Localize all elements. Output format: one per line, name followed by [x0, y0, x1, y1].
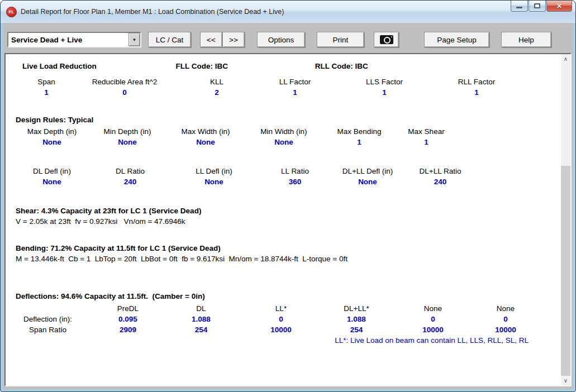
- lc-cat-button[interactable]: LC / Cat: [148, 32, 191, 47]
- page-setup-button[interactable]: Page Setup: [424, 32, 489, 47]
- chevron-up-icon: ∧: [564, 56, 568, 62]
- section-title-live-load-reduction: Live Load Reduction: [22, 61, 97, 71]
- fll-code: FLL Code: IBC: [176, 61, 229, 71]
- value-cell: 1.088: [176, 314, 226, 324]
- close-icon: ✕: [556, 2, 562, 10]
- design-rules-table-1: Max Depth (in) Min Depth (in) Max Width …: [16, 126, 457, 147]
- value-cell: 1: [261, 87, 329, 98]
- table-row: DL Defl (in) DL Ratio LL Defl (in) LL Ra…: [16, 166, 479, 176]
- camera-icon: [380, 35, 393, 44]
- minimize-button[interactable]: [511, 1, 528, 12]
- value-cell: 1: [396, 137, 457, 147]
- table-row: Max Depth (in) Min Depth (in) Max Width …: [16, 126, 457, 137]
- print-button[interactable]: Print: [317, 32, 364, 47]
- section-title-bending: Bending: 71.2% Capacity at 11.5ft for LC…: [16, 243, 561, 254]
- report-content: Live Load Reduction FLL Code: IBC RLL Co…: [6, 54, 561, 385]
- value-cell: 240: [88, 176, 172, 187]
- load-combination-select[interactable]: Service Dead + Live ▼: [7, 32, 141, 47]
- scrollbar-thumb[interactable]: [561, 166, 570, 376]
- value-cell: 254: [336, 324, 377, 335]
- minimize-icon: [516, 7, 522, 8]
- header-cell: Min Depth (in): [88, 126, 166, 137]
- header-cell: None: [377, 303, 489, 314]
- header-cell: Max Shear: [396, 126, 457, 137]
- shear-detail: V = 2.05k at 23ft fv = 0.927ksi Vn/om = …: [16, 216, 561, 227]
- header-cell: Reducible Area ft^2: [77, 77, 172, 87]
- header-cell: LL*: [226, 303, 336, 314]
- value-cell: 1: [323, 137, 396, 147]
- header-cell: DL: [176, 303, 226, 314]
- value-cell: 10000: [377, 324, 489, 335]
- header-cell: DL+LL Ratio: [401, 166, 479, 176]
- table-row: None 240 None 360 None 240: [16, 176, 479, 187]
- header-cell: PreDL: [80, 303, 176, 314]
- previous-button[interactable]: <<: [200, 32, 222, 47]
- header-cell: KLL: [172, 77, 261, 87]
- chevron-down-icon: ▼: [132, 37, 137, 42]
- header-cell: LL Defl (in): [172, 166, 256, 176]
- value-cell: 0: [77, 87, 172, 98]
- titlebar: FL Detail Report for Floor Plan 1, Membe…: [1, 1, 575, 23]
- table-row: Span Ratio 2909 254 10000 254 10000 1000…: [16, 324, 522, 335]
- design-rules-table-2: DL Defl (in) DL Ratio LL Defl (in) LL Ra…: [16, 166, 479, 187]
- header-cell: Min Width (in): [245, 126, 323, 137]
- row-label: Deflection (in):: [16, 314, 80, 324]
- value-cell: 2: [172, 87, 261, 98]
- value-cell: 10000: [226, 324, 336, 335]
- header-cell: DL Ratio: [88, 166, 172, 176]
- value-cell: None: [245, 137, 323, 147]
- value-cell: 2909: [80, 324, 176, 335]
- scroll-down-button[interactable]: ∨: [561, 376, 570, 385]
- live-load-reduction-table: Span Reducible Area ft^2 KLL LL Factor L…: [16, 77, 513, 98]
- table-row: None None None None 1 1: [16, 137, 457, 147]
- value-cell: 1: [440, 87, 513, 98]
- help-button[interactable]: Help: [501, 32, 551, 47]
- maximize-button[interactable]: [529, 1, 546, 12]
- vertical-scrollbar[interactable]: ∧ ∨: [561, 54, 570, 385]
- load-combination-value: Service Dead + Live: [8, 33, 128, 46]
- rll-code: RLL Code: IBC: [315, 61, 368, 71]
- header-cell: Max Depth (in): [16, 126, 88, 137]
- header-cell: None: [489, 303, 522, 314]
- header-cell: Max Bending: [323, 126, 396, 137]
- options-button[interactable]: Options: [257, 32, 305, 47]
- next-button[interactable]: >>: [222, 32, 245, 47]
- header-cell: Span: [16, 77, 77, 87]
- section-title-shear: Shear: 4.3% Capacity at 23ft for LC 1 (S…: [16, 205, 561, 216]
- app-logo-icon: FL: [6, 7, 17, 17]
- maximize-icon: [534, 3, 540, 8]
- live-load-reduction-header: Live Load Reduction FLL Code: IBC RLL Co…: [16, 61, 561, 71]
- value-cell: 10000: [489, 324, 522, 335]
- snapshot-button[interactable]: [374, 32, 399, 47]
- report-frame: Live Load Reduction FLL Code: IBC RLL Co…: [4, 53, 572, 386]
- header-cell: Max Width (in): [166, 126, 245, 137]
- value-cell: 240: [401, 176, 479, 187]
- value-cell: 254: [176, 324, 226, 335]
- scroll-up-button[interactable]: ∧: [561, 54, 570, 64]
- value-cell: None: [88, 137, 166, 147]
- header-cell: DL Defl (in): [16, 166, 88, 176]
- value-cell: 0.095: [80, 314, 176, 324]
- toolbar: Service Dead + Live ▼ LC / Cat << >> Opt…: [1, 23, 575, 53]
- value-cell: 0: [226, 314, 336, 324]
- deflections-table: PreDL DL LL* DL+LL* None None Deflection…: [16, 303, 522, 335]
- value-cell: 1.088: [336, 314, 377, 324]
- close-button[interactable]: ✕: [546, 1, 572, 12]
- chevron-down-icon: ∨: [564, 377, 568, 384]
- value-cell: 0: [489, 314, 522, 324]
- section-title-deflections: Deflections: 94.6% Capacity at 11.5ft. (…: [16, 291, 561, 302]
- window-controls: ✕: [510, 1, 572, 12]
- header-cell: [16, 303, 80, 314]
- combo-dropdown-button[interactable]: ▼: [128, 33, 140, 46]
- value-cell: None: [16, 137, 88, 147]
- value-cell: None: [16, 176, 88, 187]
- value-cell: 360: [256, 176, 334, 187]
- table-row: PreDL DL LL* DL+LL* None None: [16, 303, 522, 314]
- header-cell: DL+LL Defl (in): [334, 166, 401, 176]
- header-cell: LL Ratio: [256, 166, 334, 176]
- header-cell: DL+LL*: [336, 303, 377, 314]
- value-cell: 1: [16, 87, 77, 98]
- window-title: Detail Report for Floor Plan 1, Member M…: [21, 8, 284, 16]
- header-cell: LLS Factor: [329, 77, 440, 87]
- header-cell: LL Factor: [261, 77, 329, 87]
